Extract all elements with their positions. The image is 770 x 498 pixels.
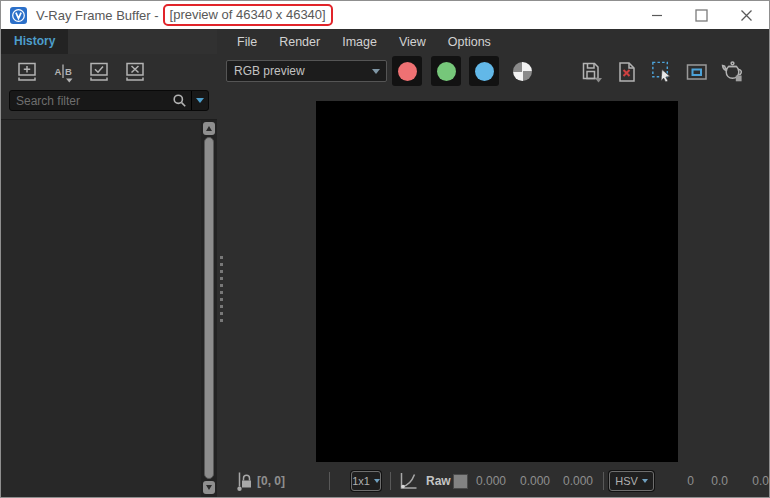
chevron-down-icon: [372, 69, 380, 74]
curve-icon: [398, 470, 420, 492]
history-tabrow: History: [1, 29, 217, 54]
channel-toolbar: RGB preview: [225, 55, 769, 89]
menubar: File Render Image View Options: [225, 29, 769, 55]
red-channel-toggle[interactable]: [392, 56, 422, 86]
vray-logo-icon: [10, 7, 27, 24]
close-button[interactable]: [724, 1, 769, 29]
mono-channel-toggle[interactable]: [507, 56, 537, 86]
titlebar: V-Ray Frame Buffer - [preview of 46340 x…: [1, 1, 769, 29]
checkbox-icon: [86, 59, 112, 85]
menu-options[interactable]: Options: [437, 29, 502, 55]
svg-text:A: A: [55, 66, 62, 77]
svg-text:B: B: [65, 66, 72, 77]
value-value: 0.0: [749, 465, 769, 497]
saturation-value: 0.0: [703, 465, 728, 497]
red-value: 0.000: [474, 465, 506, 497]
channel-select[interactable]: RGB preview: [226, 60, 387, 82]
pixel-color-swatch: [453, 474, 468, 489]
green-value: 0.000: [518, 465, 550, 497]
search-options-dropdown[interactable]: [191, 91, 208, 110]
chevron-down-icon: [642, 479, 648, 483]
panel-splitter[interactable]: [217, 29, 225, 497]
scroll-up-button[interactable]: [203, 122, 215, 135]
channel-select-value: RGB preview: [234, 64, 305, 78]
green-channel-toggle[interactable]: [431, 56, 461, 86]
menu-image[interactable]: Image: [331, 29, 388, 55]
splitter-grip-icon: [220, 256, 223, 322]
statusbar-divider: [390, 472, 391, 490]
arrow-down-icon: [206, 485, 212, 490]
search-icon: [172, 93, 191, 108]
scrollbar-thumb[interactable]: [204, 137, 214, 479]
clear-image-button[interactable]: [614, 58, 640, 85]
history-panel: History A B: [1, 29, 217, 497]
history-list: [1, 119, 217, 497]
render-image-view[interactable]: [316, 101, 678, 462]
green-circle-icon: [437, 62, 456, 81]
x-box-icon: [122, 59, 148, 85]
vfb-window: V-Ray Frame Buffer - [preview of 46340 x…: [0, 0, 770, 498]
hue-value: 0: [677, 465, 694, 497]
color-curve-toggle[interactable]: [398, 465, 420, 497]
maximize-button[interactable]: [679, 1, 724, 29]
compare-ab-icon: A B: [50, 59, 76, 85]
search-input[interactable]: [10, 94, 172, 108]
mono-circle-icon: [513, 62, 532, 81]
statusbar: [0, 0] 1x1 Raw 0.000 0.000 0.000 HSV: [225, 465, 769, 497]
save-image-button[interactable]: [579, 58, 605, 85]
chevron-down-icon: [374, 479, 380, 483]
statusbar-divider: [603, 472, 604, 490]
history-toolbar: A B: [1, 54, 217, 90]
chevron-down-icon: [196, 98, 204, 103]
colorspace-value: HSV: [615, 475, 638, 487]
window-controls: [634, 1, 769, 29]
red-circle-icon: [398, 62, 417, 81]
history-compare-ab-button[interactable]: A B: [46, 57, 80, 88]
show-region-button[interactable]: [684, 58, 710, 85]
menu-view[interactable]: View: [388, 29, 437, 55]
pixel-zoom-dropdown[interactable]: 1x1: [351, 471, 381, 491]
search-filter: [9, 90, 209, 111]
region-render-icon: [649, 58, 675, 85]
clear-image-icon: [614, 59, 640, 85]
history-set-a-button[interactable]: [82, 57, 116, 88]
statusbar-divider: [329, 472, 330, 490]
title-highlight-box: [preview of 46340 x 46340]: [163, 4, 333, 26]
save-floppy-icon: [579, 59, 605, 85]
history-remove-button[interactable]: [118, 57, 152, 88]
colorspace-dropdown[interactable]: HSV: [609, 471, 654, 491]
blue-circle-icon: [475, 62, 494, 81]
menu-file[interactable]: File: [226, 29, 268, 55]
window-title: V-Ray Frame Buffer -: [36, 8, 159, 23]
main-panel: File Render Image View Options RGB previ…: [225, 29, 769, 497]
region-render-button[interactable]: [649, 58, 675, 85]
arrow-up-icon: [206, 126, 212, 131]
teapot-icon: [719, 59, 745, 85]
history-save-button[interactable]: [10, 57, 44, 88]
menu-render[interactable]: Render: [268, 29, 331, 55]
show-region-icon: [684, 59, 710, 85]
blue-channel-toggle[interactable]: [469, 56, 499, 86]
tab-history[interactable]: History: [1, 29, 68, 54]
image-actions-toolbar: [579, 58, 745, 85]
raw-mode-label: Raw: [426, 465, 451, 497]
lock-pin-icon: [235, 470, 254, 492]
pixel-probe-lock-button[interactable]: [235, 465, 254, 497]
minimize-button[interactable]: [634, 1, 679, 29]
blue-value: 0.000: [561, 465, 593, 497]
render-last-button[interactable]: [719, 58, 745, 85]
scroll-down-button[interactable]: [203, 481, 215, 494]
history-scrollbar[interactable]: [201, 120, 217, 497]
pixel-coords: [0, 0]: [257, 465, 285, 497]
add-to-history-icon: [14, 59, 40, 85]
pixel-zoom-value: 1x1: [352, 475, 370, 487]
